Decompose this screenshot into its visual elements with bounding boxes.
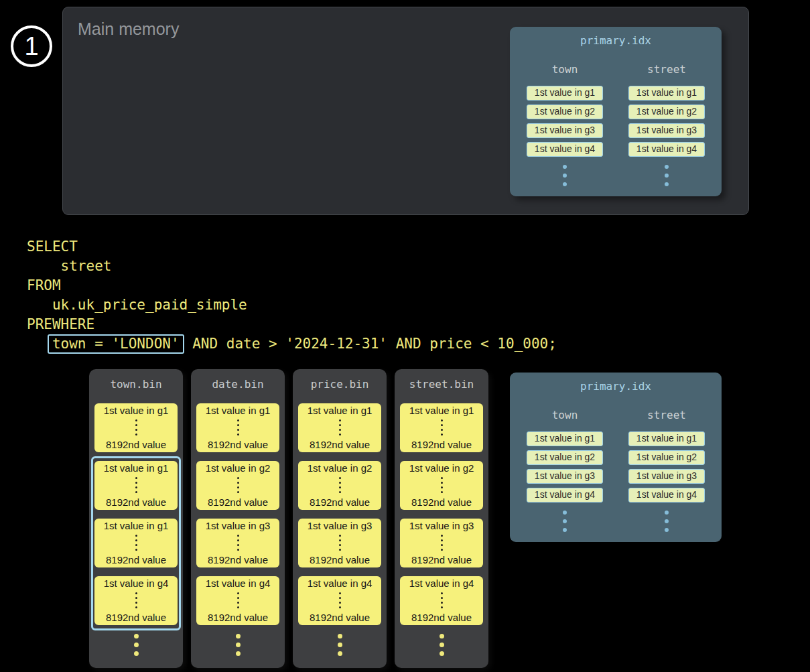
idx-column-header: town	[527, 410, 603, 421]
block-last-value: 8192nd value	[411, 496, 472, 508]
block-first-value: 1st value in g4	[308, 578, 373, 589]
granule-block: 1st value in g1 8192nd value	[196, 403, 279, 452]
ellipsis-dots	[237, 592, 239, 608]
more-marks-dots	[527, 511, 603, 532]
idx-mark-cell: 1st value in g1	[527, 86, 603, 100]
block-first-value: 1st value in g3	[409, 520, 474, 531]
granule-block: 1st value in g1 8192nd value	[94, 519, 178, 567]
granule-block: 1st value in g4 8192nd value	[400, 576, 483, 625]
block-first-value: 1st value in g2	[409, 462, 474, 474]
ellipsis-dots	[237, 477, 239, 493]
sql-select-keyword: SELECT	[27, 237, 557, 257]
main-memory-title: Main memory	[78, 19, 179, 39]
more-granules-dots	[89, 634, 183, 656]
granule-block: 1st value in g4 8192nd value	[94, 576, 178, 625]
ellipsis-dots	[339, 419, 341, 435]
more-marks-dots	[628, 511, 705, 532]
bin-title: date.bin	[191, 379, 285, 390]
sql-condition-rest: AND date > '2024-12-31' AND price < 10_0…	[184, 336, 557, 352]
idx-column-town: town 1st value in g1 1st value in g2 1st…	[527, 393, 603, 532]
more-marks-dots	[527, 165, 603, 186]
ellipsis-dots	[135, 592, 137, 608]
bin-title: town.bin	[89, 379, 183, 390]
block-last-value: 8192nd value	[310, 612, 370, 623]
idx-column-header: town	[527, 64, 603, 75]
granule-block: 1st value in g2 8192nd value	[196, 461, 279, 510]
granule-block: 1st value in g1 8192nd value	[298, 403, 381, 452]
sql-select-column: street	[27, 257, 557, 276]
idx-mark-cell: 1st value in g1	[628, 86, 705, 100]
block-first-value: 1st value in g1	[104, 405, 169, 416]
block-first-value: 1st value in g2	[308, 462, 373, 474]
primary-idx-title: primary.idx	[510, 27, 722, 47]
idx-column-street: street 1st value in g1 1st value in g2 1…	[628, 393, 705, 532]
block-first-value: 1st value in g1	[409, 405, 474, 416]
block-first-value: 1st value in g1	[308, 405, 373, 416]
block-first-value: 1st value in g4	[409, 578, 474, 589]
block-last-value: 8192nd value	[208, 496, 268, 508]
block-last-value: 8192nd value	[310, 496, 370, 508]
granule-block: 1st value in g4 8192nd value	[298, 576, 381, 625]
idx-mark-cell: 1st value in g1	[527, 431, 603, 446]
ellipsis-dots	[237, 535, 239, 551]
granule-block: 1st value in g3 8192nd value	[400, 519, 483, 567]
idx-mark-cell: 1st value in g2	[628, 105, 705, 119]
granule-block: 1st value in g1 8192nd value	[94, 403, 178, 452]
granule-block: 1st value in g1 8192nd value	[94, 461, 178, 510]
block-last-value: 8192nd value	[411, 439, 472, 450]
sql-table-name: uk.uk_price_paid_simple	[27, 295, 557, 315]
sql-prewhere-keyword: PREWHERE	[27, 315, 557, 334]
ellipsis-dots	[237, 419, 239, 435]
block-last-value: 8192nd value	[106, 612, 166, 623]
block-last-value: 8192nd value	[208, 612, 268, 623]
block-last-value: 8192nd value	[106, 496, 166, 508]
idx-mark-cell: 1st value in g3	[628, 123, 705, 138]
more-granules-dots	[191, 634, 285, 656]
idx-mark-cell: 1st value in g2	[527, 105, 603, 119]
primary-idx-title: primary.idx	[510, 373, 722, 393]
ellipsis-dots	[441, 592, 443, 608]
ellipsis-dots	[135, 477, 137, 493]
idx-column-header: street	[628, 410, 705, 421]
granule-block: 1st value in g3 8192nd value	[196, 519, 279, 567]
ellipsis-dots	[441, 477, 443, 493]
step-number-badge: 1	[11, 25, 52, 67]
block-last-value: 8192nd value	[411, 554, 472, 565]
ellipsis-dots	[441, 419, 443, 435]
idx-mark-cell: 1st value in g2	[628, 450, 705, 465]
idx-mark-cell: 1st value in g3	[527, 123, 603, 138]
block-first-value: 1st value in g1	[206, 405, 271, 416]
idx-column-street: street 1st value in g1 1st value in g2 1…	[628, 47, 705, 186]
idx-mark-cell: 1st value in g4	[527, 142, 603, 157]
sql-from-keyword: FROM	[27, 276, 557, 295]
idx-mark-cell: 1st value in g4	[527, 488, 603, 502]
ellipsis-dots	[135, 535, 137, 551]
granule-block: 1st value in g1 8192nd value	[400, 403, 483, 452]
granule-block: 1st value in g2 8192nd value	[400, 461, 483, 510]
block-last-value: 8192nd value	[106, 439, 166, 450]
block-last-value: 8192nd value	[411, 612, 472, 623]
sql-query: SELECT street FROM uk.uk_price_paid_simp…	[27, 237, 557, 354]
block-first-value: 1st value in g1	[104, 520, 169, 531]
idx-mark-cell: 1st value in g4	[628, 142, 705, 157]
primary-idx-panel-memory: primary.idx town 1st value in g1 1st val…	[510, 27, 722, 196]
idx-column-town: town 1st value in g1 1st value in g2 1st…	[527, 47, 603, 186]
bin-title: street.bin	[395, 379, 488, 390]
highlighted-predicate: town = 'LONDON'	[48, 334, 184, 354]
bin-column-price: price.bin 1st value in g1 8192nd value 1…	[293, 369, 387, 668]
block-last-value: 8192nd value	[208, 439, 268, 450]
bin-title: price.bin	[293, 379, 387, 390]
idx-mark-cell: 1st value in g2	[527, 450, 603, 465]
idx-mark-cell: 1st value in g3	[628, 469, 705, 484]
block-first-value: 1st value in g4	[104, 578, 169, 589]
idx-mark-cell: 1st value in g3	[527, 469, 603, 484]
primary-idx-panel-disk: primary.idx town 1st value in g1 1st val…	[510, 373, 722, 542]
bin-column-date: date.bin 1st value in g1 8192nd value 1s…	[191, 369, 285, 668]
block-last-value: 8192nd value	[208, 554, 268, 565]
idx-mark-cell: 1st value in g4	[628, 488, 705, 502]
idx-column-header: street	[628, 64, 705, 75]
block-first-value: 1st value in g3	[308, 520, 373, 531]
ellipsis-dots	[441, 535, 443, 551]
ellipsis-dots	[339, 477, 341, 493]
block-last-value: 8192nd value	[310, 554, 370, 565]
